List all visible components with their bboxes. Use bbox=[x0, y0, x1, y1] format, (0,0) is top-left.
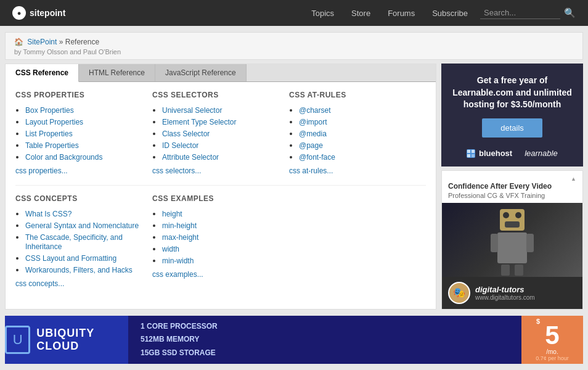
section-css-examples: CSS EXAMPLES height min-height max-heigh… bbox=[152, 185, 289, 298]
list-item: @font-face bbox=[299, 152, 420, 162]
robot-illustration bbox=[488, 203, 537, 277]
right-panel: Get a free year of Learnable.com and unl… bbox=[441, 64, 583, 310]
ad-dt-bottom: 🎭 digital-tutors www.digitaltutors.com bbox=[442, 277, 582, 309]
search-wrap: 🔍 bbox=[480, 7, 576, 19]
css-selectors-heading: CSS SELECTORS bbox=[152, 91, 283, 99]
main-wrap: 🏠 SitePoint » Reference by Tommy Olsson … bbox=[0, 32, 588, 364]
list-item: @charset bbox=[299, 105, 420, 115]
link-height[interactable]: height bbox=[162, 210, 182, 218]
content-row: CSS Reference HTML Reference JavaScript … bbox=[0, 64, 588, 316]
breadcrumb-home[interactable]: SitePoint bbox=[27, 38, 57, 46]
bluehost-logo: bluehost bbox=[467, 149, 512, 158]
svg-rect-3 bbox=[472, 154, 475, 157]
banner-icon: U bbox=[5, 326, 30, 354]
nav-links: Topics Store Forums Subscribe bbox=[311, 9, 468, 18]
link-min-height[interactable]: min-height bbox=[162, 221, 197, 230]
nav-subscribe[interactable]: Subscribe bbox=[432, 9, 468, 18]
list-item: What Is CSS? bbox=[25, 209, 146, 218]
link-min-width[interactable]: min-width bbox=[162, 257, 194, 265]
banner-title: UBIQUITY CLOUD bbox=[36, 327, 128, 353]
list-item: @import bbox=[299, 117, 420, 126]
ad-dt-headline: Confidence After Every Video bbox=[448, 182, 576, 192]
svg-rect-9 bbox=[491, 234, 498, 252]
link-max-height[interactable]: max-height bbox=[162, 233, 198, 242]
ad-learnable-details-button[interactable]: details bbox=[482, 118, 542, 138]
link-class-selector[interactable]: Class Selector bbox=[162, 130, 210, 138]
list-item: List Properties bbox=[25, 129, 146, 138]
section-css-selectors: CSS SELECTORS Universal Selector Element… bbox=[152, 91, 289, 185]
list-item: Box Properties bbox=[25, 105, 146, 115]
css-concepts-list: What Is CSS? General Syntax and Nomencla… bbox=[15, 209, 146, 274]
nav-store[interactable]: Store bbox=[351, 9, 370, 18]
price-symbol: $ bbox=[536, 318, 540, 325]
list-item: Table Properties bbox=[25, 141, 146, 150]
svg-rect-5 bbox=[505, 221, 520, 228]
search-input[interactable] bbox=[480, 7, 560, 19]
list-item: Universal Selector bbox=[162, 105, 283, 115]
tab-html-reference[interactable]: HTML Reference bbox=[79, 64, 155, 81]
link-import[interactable]: @import bbox=[299, 118, 327, 126]
banner-spec-2: 512MB MEMORY bbox=[141, 333, 509, 347]
svg-rect-10 bbox=[526, 234, 534, 252]
css-concepts-heading: CSS CONCEPTS bbox=[15, 194, 146, 203]
css-examples-more[interactable]: css examples... bbox=[152, 270, 283, 279]
svg-point-6 bbox=[503, 212, 509, 218]
link-universal-selector[interactable]: Universal Selector bbox=[162, 106, 222, 115]
section-placeholder bbox=[289, 185, 426, 298]
ad-dt-top: ▲ Confidence After Every Video Professio… bbox=[442, 171, 582, 203]
left-panel: CSS Reference HTML Reference JavaScript … bbox=[5, 64, 436, 310]
tab-css-reference[interactable]: CSS Reference bbox=[6, 64, 79, 82]
link-id-selector[interactable]: ID Selector bbox=[162, 141, 198, 150]
svg-point-7 bbox=[515, 212, 521, 218]
section-css-properties: CSS PROPERTIES Box Properties Layout Pro… bbox=[15, 91, 152, 185]
link-attr-selector[interactable]: Attribute Selector bbox=[162, 153, 219, 162]
link-list-props[interactable]: List Properties bbox=[25, 130, 73, 138]
tabs-bar: CSS Reference HTML Reference JavaScript … bbox=[6, 64, 436, 82]
link-layout[interactable]: CSS Layout and Formatting bbox=[25, 254, 116, 263]
link-width[interactable]: width bbox=[162, 245, 179, 253]
link-layout-props[interactable]: Layout Properties bbox=[25, 118, 83, 126]
link-what-is-css[interactable]: What Is CSS? bbox=[25, 210, 71, 218]
list-item: Element Type Selector bbox=[162, 117, 283, 126]
list-item: Color and Backgrounds bbox=[25, 152, 146, 162]
css-at-rules-list: @charset @import @media @page @font-face bbox=[289, 105, 420, 162]
svg-rect-8 bbox=[497, 232, 527, 263]
breadcrumb-current: Reference bbox=[65, 38, 99, 46]
list-item: The Cascade, Specificity, and Inheritanc… bbox=[25, 232, 146, 251]
list-item: @page bbox=[299, 141, 420, 150]
css-concepts-more[interactable]: css concepts... bbox=[15, 279, 146, 288]
link-font-face[interactable]: @font-face bbox=[299, 153, 335, 162]
home-icon: 🏠 bbox=[14, 38, 23, 46]
css-at-rules-more[interactable]: css at-rules... bbox=[289, 166, 420, 175]
link-page[interactable]: @page bbox=[299, 141, 323, 150]
link-table-props[interactable]: Table Properties bbox=[25, 141, 79, 150]
link-workarounds[interactable]: Workarounds, Filters, and Hacks bbox=[25, 266, 133, 274]
ad-logos: bluehost learnable bbox=[450, 149, 574, 158]
list-item: Class Selector bbox=[162, 129, 283, 138]
search-button[interactable]: 🔍 bbox=[564, 7, 576, 18]
list-item: min-height bbox=[162, 221, 283, 230]
link-color-props[interactable]: Color and Backgrounds bbox=[25, 153, 102, 162]
section-css-concepts: CSS CONCEPTS What Is CSS? General Syntax… bbox=[15, 185, 152, 298]
tab-js-reference[interactable]: JavaScript Reference bbox=[155, 64, 247, 81]
banner-specs: 1 CORE PROCESSOR 512MB MEMORY 15GB SSD S… bbox=[128, 320, 521, 360]
ad-indicator: ▲ bbox=[448, 176, 576, 182]
logo-text: sitepoint bbox=[30, 8, 65, 18]
link-media[interactable]: @media bbox=[299, 130, 327, 138]
css-selectors-more[interactable]: css selectors... bbox=[152, 166, 283, 175]
list-item: height bbox=[162, 209, 283, 218]
site-logo[interactable]: ● sitepoint bbox=[12, 6, 65, 20]
link-charset[interactable]: @charset bbox=[299, 106, 331, 115]
ad-learnable-headline: Get a free year of Learnable.com and unl… bbox=[450, 75, 574, 111]
link-syntax[interactable]: General Syntax and Nomenclature bbox=[25, 221, 139, 230]
link-element-selector[interactable]: Element Type Selector bbox=[162, 118, 237, 126]
bottom-banner: U UBIQUITY CLOUD 1 CORE PROCESSOR 512MB … bbox=[5, 316, 583, 364]
ad-dt-image bbox=[442, 203, 582, 277]
link-box-props[interactable]: Box Properties bbox=[25, 106, 74, 115]
link-cascade[interactable]: The Cascade, Specificity, and Inheritanc… bbox=[25, 233, 123, 251]
dt-brand-url: www.digitaltutors.com bbox=[475, 294, 535, 301]
nav-topics[interactable]: Topics bbox=[311, 9, 334, 18]
banner-price: $ 5 /mo. 0.7¢ per hour bbox=[521, 316, 583, 364]
css-properties-more[interactable]: css properties... bbox=[15, 166, 146, 175]
nav-forums[interactable]: Forums bbox=[388, 9, 415, 18]
